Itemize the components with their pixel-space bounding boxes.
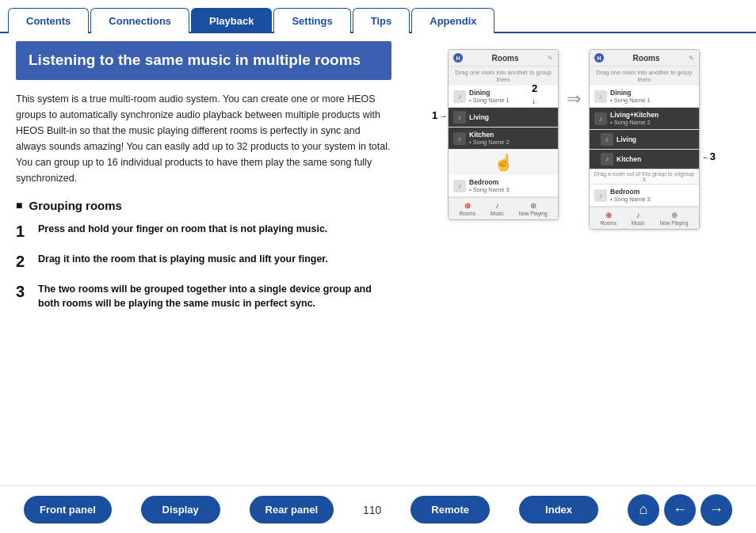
display-button[interactable]: Display bbox=[141, 496, 220, 523]
phone-1-nowplaying-label: Now Playing bbox=[518, 211, 547, 216]
phone-1-nowplaying-icon: ⊕ bbox=[530, 201, 536, 210]
arrow-between-phones: ⇒ bbox=[567, 49, 581, 109]
page-number: 110 bbox=[363, 504, 381, 516]
phone-1-footer: ⊕ Rooms ♪ Music ⊕ Now Playing bbox=[449, 197, 558, 219]
phone-1-heos-icon: H bbox=[453, 53, 463, 63]
phone-1-kitchen-name: Kitchen bbox=[469, 131, 510, 139]
phone-1-music-icon-footer: ♪ bbox=[495, 201, 499, 210]
phone-2-grouped-name: Living+Kitchen bbox=[610, 111, 659, 119]
home-button[interactable]: ⌂ bbox=[628, 494, 659, 526]
phone-2-nowplaying-label: Now Playing bbox=[659, 220, 688, 226]
phone-2-footer: ⊕ Rooms ♪ Music ⊕ Now Playing bbox=[590, 207, 699, 229]
rear-panel-button[interactable]: Rear panel bbox=[250, 496, 334, 523]
phone-1-dining-name: Dining bbox=[469, 89, 510, 97]
step-1-number: 1 bbox=[16, 222, 38, 241]
phone-1-room-bedroom: ♪ Bedroom • Song Name 3 bbox=[449, 175, 558, 197]
phone-2: H Rooms ✎ Drag one room into another to … bbox=[589, 49, 700, 230]
page-description: This system is a true multi-room audio s… bbox=[16, 91, 391, 186]
step-3: 3 The two rooms will be grouped together… bbox=[16, 282, 391, 312]
page-title-box: Listening to the same music in multiple … bbox=[16, 41, 391, 80]
step-3-text: The two rooms will be grouped together i… bbox=[38, 282, 391, 312]
phone-2-music-icon-kitchen-sub: ♪ bbox=[601, 153, 613, 166]
phone-1-bedroom-name: Bedroom bbox=[469, 178, 510, 186]
diagram-container: 1→ 2↓ H Rooms ✎ Drag one room into anoth… bbox=[448, 49, 700, 230]
phone-2-room-kitchen-sub: ♪ Kitchen bbox=[590, 150, 699, 169]
right-column: 1→ 2↓ H Rooms ✎ Drag one room into anoth… bbox=[407, 41, 740, 471]
phone-2-dining-name: Dining bbox=[610, 89, 651, 97]
phone-1-music-label: Music bbox=[491, 211, 504, 216]
phone-2-music-icon-living-sub: ♪ bbox=[601, 133, 613, 146]
phone-1-rooms-icon: ⊕ bbox=[464, 201, 471, 210]
tab-appendix[interactable]: Appendix bbox=[411, 8, 494, 33]
label-3: ←3 bbox=[702, 150, 716, 162]
phone-2-room-bedroom: ♪ Bedroom • Song Name 3 bbox=[590, 185, 699, 207]
phone-2-footer-nowplaying: ⊕ Now Playing bbox=[659, 211, 688, 226]
phone-2-music-icon-footer: ♪ bbox=[636, 211, 640, 219]
phone-1-bedroom-song: • Song Name 3 bbox=[469, 186, 510, 193]
step-2-number: 2 bbox=[16, 252, 38, 271]
step-2: 2 Drag it into the room that is playing … bbox=[16, 252, 391, 271]
tab-tips[interactable]: Tips bbox=[353, 8, 410, 33]
label-2: 2↓ bbox=[532, 82, 537, 106]
phone-2-footer-rooms: ⊕ Rooms bbox=[600, 211, 617, 226]
phone-2-kitchen-sub-name: Kitchen bbox=[617, 155, 641, 163]
label-1: 1→ bbox=[432, 109, 447, 121]
phone-2-footer-music: ♪ Music bbox=[632, 211, 645, 226]
phone-1-living-name: Living bbox=[469, 113, 489, 121]
tab-playback[interactable]: Playback bbox=[191, 8, 272, 33]
phone-2-heos-icon: H bbox=[594, 53, 604, 63]
phone-2-bedroom-song: • Song Name 3 bbox=[610, 196, 651, 203]
left-column: Listening to the same music in multiple … bbox=[16, 41, 407, 471]
front-panel-button[interactable]: Front panel bbox=[24, 496, 112, 523]
main-content: Listening to the same music in multiple … bbox=[0, 33, 756, 479]
phone-1-room-kitchen: ♪ Kitchen • Song Name 2 bbox=[449, 128, 558, 150]
phone-2-rooms-label: Rooms bbox=[600, 220, 617, 226]
tab-connections[interactable]: Connections bbox=[90, 8, 189, 33]
phone-2-music-icon-dining: ♪ bbox=[594, 90, 607, 103]
phone-2-room-dining: ♪ Dining • Song Name 1 bbox=[590, 86, 699, 108]
index-button[interactable]: Index bbox=[519, 496, 598, 523]
forward-button[interactable]: → bbox=[701, 494, 732, 526]
phone-2-title: Rooms bbox=[633, 54, 660, 63]
phone-1-room-dining: ♪ Dining • Song Name 1 bbox=[449, 86, 558, 108]
steps-list: 1 Press and hold your finger on room tha… bbox=[16, 222, 391, 312]
phone-2-drag-hint: Drag a room out of this group to ungroup… bbox=[590, 169, 699, 185]
step-3-number: 3 bbox=[16, 282, 38, 301]
phone-2-music-icon-grouped: ♪ bbox=[594, 112, 607, 125]
phone-1-title: Rooms bbox=[492, 54, 519, 63]
section-heading: Grouping rooms bbox=[16, 199, 391, 212]
phone-2-music-icon-bedroom: ♪ bbox=[594, 189, 607, 202]
phone-1: H Rooms ✎ Drag one room into another to … bbox=[448, 49, 559, 220]
bottom-nav: Front panel Display Rear panel 110 Remot… bbox=[0, 485, 756, 533]
step-1: 1 Press and hold your finger on room tha… bbox=[16, 222, 391, 241]
phone-2-room-living-sub: ♪ Living bbox=[590, 130, 699, 150]
step-2-text: Drag it into the room that is playing mu… bbox=[38, 252, 328, 267]
phone-1-music-icon-dining: ♪ bbox=[453, 90, 466, 103]
tab-settings[interactable]: Settings bbox=[273, 8, 350, 33]
nav-icons: ⌂ ← → bbox=[628, 494, 732, 526]
phone-2-room-living-kitchen: ♪ Living+Kitchen • Song Name 2 bbox=[590, 108, 699, 130]
phone-2-bedroom-name: Bedroom bbox=[610, 188, 651, 196]
back-button[interactable]: ← bbox=[664, 494, 696, 526]
step-1-text: Press and hold your finger on room that … bbox=[38, 222, 327, 237]
phone-1-footer-nowplaying: ⊕ Now Playing bbox=[518, 201, 547, 216]
phone-2-living-sub-name: Living bbox=[617, 135, 636, 143]
page-title: Listening to the same music in multiple … bbox=[29, 51, 379, 70]
tab-contents[interactable]: Contents bbox=[8, 8, 89, 33]
phone-1-music-icon-living: ♪ bbox=[453, 111, 466, 124]
phone-1-room-living: ♪ Living bbox=[449, 108, 558, 128]
phone-1-rooms-label: Rooms bbox=[459, 211, 475, 216]
phone-2-hint: Drag one room into another to group them bbox=[590, 67, 699, 86]
phone-2-dining-song: • Song Name 1 bbox=[610, 97, 651, 104]
remote-button[interactable]: Remote bbox=[410, 496, 490, 523]
phone-1-kitchen-song: • Song Name 2 bbox=[469, 139, 510, 146]
phone-2-nowplaying-icon: ⊕ bbox=[671, 211, 678, 219]
phone-2-header: H Rooms ✎ bbox=[590, 50, 699, 67]
phone-1-hint: Drag one room into another to group them bbox=[449, 67, 558, 86]
phone-2-grouped-song: • Song Name 2 bbox=[610, 119, 659, 126]
phone-1-footer-rooms: ⊕ Rooms bbox=[459, 201, 475, 216]
phone-2-music-label: Music bbox=[632, 220, 645, 226]
phone-1-footer-music: ♪ Music bbox=[491, 201, 504, 216]
phone-2-rooms-icon: ⊕ bbox=[605, 211, 612, 219]
phone-1-music-icon-bedroom: ♪ bbox=[453, 180, 466, 192]
